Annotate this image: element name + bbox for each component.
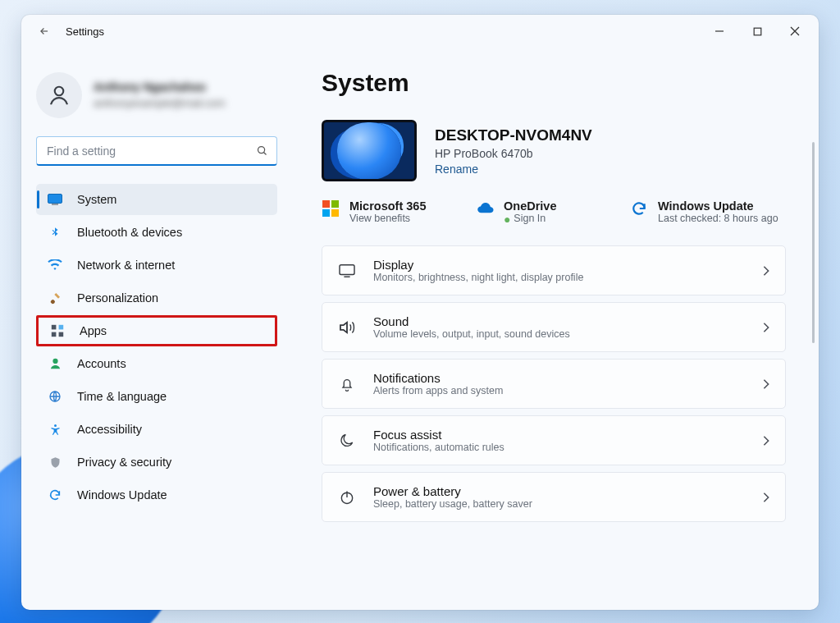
sidebar-item-bluetooth[interactable]: Bluetooth & devices (36, 217, 277, 248)
svg-point-3 (258, 147, 265, 153)
minimize-button[interactable] (701, 17, 738, 45)
setting-title: Focus assist (373, 428, 746, 442)
apps-icon (50, 323, 65, 338)
sound-icon (337, 318, 357, 337)
sidebar-item-system[interactable]: System (36, 184, 277, 215)
setting-display[interactable]: Display Monitors, brightness, night ligh… (322, 245, 786, 295)
minimize-icon (714, 26, 724, 36)
moon-icon (337, 431, 357, 451)
svg-point-2 (55, 87, 64, 96)
sidebar-item-privacy[interactable]: Privacy & security (36, 447, 277, 478)
update-icon (48, 488, 62, 502)
tile-title: Microsoft 365 (349, 199, 426, 213)
monitor-icon (48, 192, 62, 207)
setting-power-battery[interactable]: Power & battery Sleep, battery usage, ba… (322, 472, 786, 522)
settings-window: Settings Anthony Ngachahoo anthonyexampl… (21, 15, 819, 610)
sidebar-item-label: Windows Update (77, 488, 167, 502)
search-icon (256, 144, 268, 157)
close-icon (790, 26, 800, 36)
sidebar-item-label: System (77, 193, 116, 206)
chevron-right-icon (762, 492, 770, 503)
setting-sound[interactable]: Sound Volume levels, output, input, soun… (322, 302, 786, 352)
tile-onedrive[interactable]: OneDrive ● Sign In (476, 199, 599, 226)
main-scroll[interactable]: DESKTOP-NVOM4NV HP ProBook 6470b Rename … (322, 120, 794, 602)
close-button[interactable] (776, 17, 814, 45)
svg-rect-4 (48, 195, 62, 204)
main-area: System DESKTOP-NVOM4NV HP ProBook 6470b … (292, 48, 819, 610)
svg-rect-9 (59, 332, 64, 337)
svg-rect-6 (52, 325, 57, 330)
svg-rect-17 (340, 264, 354, 274)
refresh-icon (630, 199, 648, 218)
device-thumbnail (322, 120, 417, 181)
sidebar-item-label: Apps (80, 324, 107, 337)
wifi-icon (48, 258, 62, 273)
maximize-button[interactable] (738, 17, 776, 45)
chevron-right-icon (762, 378, 770, 390)
profile-text: Anthony Ngachahoo anthonyexample@mail.co… (94, 80, 226, 111)
sidebar-item-label: Accounts (77, 357, 126, 370)
svg-rect-5 (52, 204, 58, 205)
tile-title: OneDrive (504, 199, 556, 213)
svg-rect-14 (331, 200, 339, 208)
bluetooth-icon (48, 225, 62, 240)
sidebar-item-accounts[interactable]: Accounts (36, 348, 277, 379)
rename-link[interactable]: Rename (435, 163, 592, 176)
device-model: HP ProBook 6470b (435, 147, 592, 160)
wallpaper-graphic (337, 122, 401, 180)
sidebar-item-label: Time & language (77, 390, 167, 403)
back-button[interactable] (33, 20, 56, 43)
sidebar-item-network[interactable]: Network & internet (36, 250, 277, 281)
window-title: Settings (66, 25, 104, 38)
search-input[interactable] (47, 144, 256, 158)
svg-rect-16 (331, 209, 339, 217)
power-icon (337, 488, 357, 507)
display-icon (337, 261, 357, 281)
maximize-icon (753, 27, 762, 36)
svg-rect-7 (59, 325, 64, 330)
setting-title: Power & battery (373, 484, 746, 498)
info-tiles: Microsoft 365 View benefits OneDrive ● S… (322, 199, 786, 226)
svg-rect-8 (52, 332, 57, 337)
sidebar-item-windows-update[interactable]: Windows Update (36, 479, 277, 511)
profile-block[interactable]: Anthony Ngachahoo anthonyexample@mail.co… (36, 72, 277, 118)
accessibility-icon (48, 422, 62, 437)
svg-rect-13 (322, 200, 330, 208)
chevron-right-icon (762, 435, 770, 447)
chevron-right-icon (762, 265, 770, 277)
setting-sub: Alerts from apps and system (373, 385, 746, 396)
shield-icon (48, 455, 62, 470)
chevron-right-icon (762, 322, 770, 333)
tile-sub: View benefits (349, 213, 426, 224)
sidebar-item-apps[interactable]: Apps (36, 315, 277, 346)
profile-name: Anthony Ngachahoo (94, 80, 226, 96)
sidebar-item-label: Bluetooth & devices (77, 226, 182, 239)
svg-rect-15 (322, 209, 330, 217)
device-name: DESKTOP-NVOM4NV (435, 126, 592, 144)
setting-notifications[interactable]: Notifications Alerts from apps and syste… (322, 359, 786, 409)
device-row: DESKTOP-NVOM4NV HP ProBook 6470b Rename (322, 120, 786, 181)
sidebar-item-personalization[interactable]: Personalization (36, 282, 277, 314)
scrollbar-thumb[interactable] (812, 142, 815, 343)
sidebar: Anthony Ngachahoo anthonyexample@mail.co… (21, 48, 292, 610)
tile-sub: ● Sign In (504, 213, 556, 226)
search-box[interactable] (36, 136, 277, 166)
sidebar-item-label: Personalization (77, 291, 158, 305)
sidebar-item-label: Accessibility (77, 423, 142, 436)
setting-sub: Notifications, automatic rules (373, 442, 746, 453)
onedrive-icon (476, 199, 494, 218)
tile-windows-update[interactable]: Windows Update Last checked: 8 hours ago (630, 199, 778, 226)
sidebar-item-label: Network & internet (77, 259, 175, 272)
person-solid-icon (48, 356, 62, 371)
setting-sub: Sleep, battery usage, battery saver (373, 498, 746, 510)
sidebar-item-accessibility[interactable]: Accessibility (36, 414, 277, 445)
sidebar-item-time-language[interactable]: Time & language (36, 381, 277, 412)
tile-title: Windows Update (658, 199, 778, 213)
tile-sub: Last checked: 8 hours ago (658, 213, 778, 224)
setting-sub: Monitors, brightness, night light, displ… (373, 272, 746, 283)
bell-icon (337, 374, 357, 394)
tile-microsoft365[interactable]: Microsoft 365 View benefits (322, 199, 445, 226)
setting-title: Display (373, 258, 746, 272)
setting-focus-assist[interactable]: Focus assist Notifications, automatic ru… (322, 415, 786, 465)
svg-point-12 (54, 424, 57, 427)
